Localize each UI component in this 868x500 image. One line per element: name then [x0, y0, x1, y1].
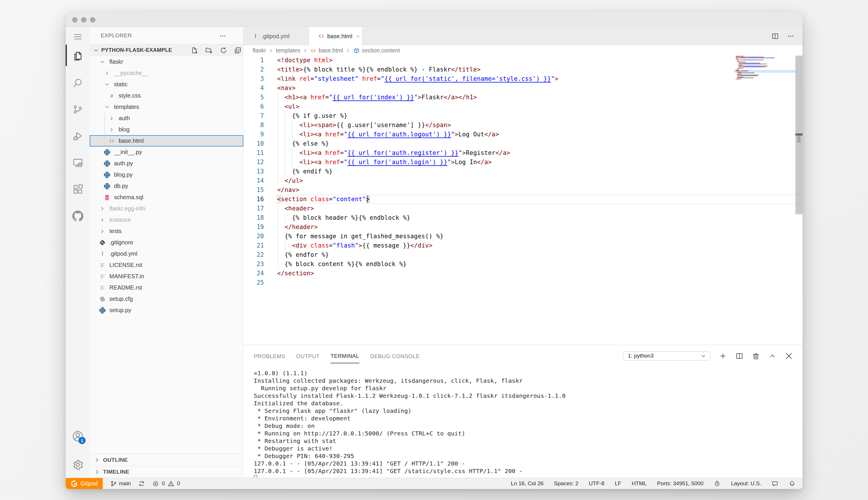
code-line-13[interactable]: {% endif %}	[277, 167, 333, 176]
code-line-24[interactable]: </section>	[277, 269, 314, 278]
terminal-select[interactable]: 1: python3	[623, 351, 710, 361]
code-line-8[interactable]: <li><span>{{ g.user['username'] }}</span…	[277, 121, 451, 130]
code-line-23[interactable]: {% block content %}{% endblock %}	[277, 259, 407, 269]
status-cursor-position[interactable]: Ln 16, Col 26	[511, 480, 544, 487]
tree-file-auth.py[interactable]: auth.py	[90, 158, 243, 169]
panel-tab-debug-console[interactable]: DEBUG CONSOLE	[370, 349, 420, 363]
maximize-panel-icon[interactable]	[769, 352, 776, 360]
sync-indicator[interactable]	[138, 480, 145, 487]
tree-file-__init__.py[interactable]: __init__.py	[90, 147, 243, 158]
code-line-5[interactable]: <h1><a href="{{ url_for('index') }}">Fla…	[277, 93, 477, 102]
code-editor[interactable]: 1234567891011121314151617181920212223242…	[243, 56, 802, 345]
code-line-9[interactable]: <li><a href="{{ url_for('auth.logout') }…	[277, 130, 499, 139]
breadcrumb-item[interactable]: section.content	[362, 47, 400, 54]
status-ports[interactable]: Ports: 34951, 5000	[657, 480, 704, 487]
code-line-16[interactable]: <section class="content">	[277, 195, 370, 204]
timeline-section[interactable]: TIMELINE	[90, 466, 243, 477]
code-line-1[interactable]: <!doctype html>	[277, 56, 333, 65]
code-line-4[interactable]: <nav>	[277, 83, 296, 93]
tree-file-base.html[interactable]: base.html	[90, 135, 243, 147]
tree-file-style.css[interactable]: #style.css	[90, 90, 243, 101]
tree-folder-blog[interactable]: blog	[90, 124, 243, 135]
code-line-14[interactable]: </ul>	[277, 176, 303, 185]
new-file-icon[interactable]	[191, 47, 198, 54]
close-panel-icon[interactable]	[785, 352, 793, 360]
refresh-icon[interactable]	[220, 47, 227, 54]
new-terminal-icon[interactable]	[719, 352, 727, 360]
activity-bar-run-and-debug[interactable]	[66, 124, 90, 148]
code-line-22[interactable]: {% endfor %}	[277, 250, 329, 259]
split-editor-icon[interactable]	[771, 32, 779, 40]
code-line-17[interactable]: <header>	[277, 204, 314, 213]
branch-indicator[interactable]: main	[110, 480, 131, 487]
activity-bar-explorer[interactable]	[66, 44, 90, 68]
tree-folder-__pycache__[interactable]: __pycache__	[90, 67, 243, 79]
code-line-2[interactable]: <title>{% block title %}{% endblock %} -…	[277, 65, 481, 74]
traffic-light-minimize-button[interactable]	[81, 17, 86, 23]
activity-bar-search[interactable]	[66, 71, 90, 95]
tree-file-setup.cfg[interactable]: setup.cfg	[90, 293, 243, 305]
title-bar[interactable]	[66, 12, 802, 27]
panel-tab-problems[interactable]: PROBLEMS	[254, 349, 285, 363]
tree-folder-flaskr[interactable]: flaskr	[90, 56, 243, 67]
breadcrumb-item[interactable]: base.html	[319, 47, 343, 54]
status-keyboard-layout[interactable]: Layout: U.S.	[731, 480, 761, 487]
tree-folder-tests[interactable]: tests	[90, 226, 243, 237]
tree-folder-static[interactable]: static	[90, 79, 243, 90]
traffic-light-close-button[interactable]	[72, 17, 78, 23]
tab-.gitpod.yml[interactable]: !.gitpod.yml	[243, 27, 309, 45]
code-line-6[interactable]: <ul>	[277, 102, 300, 111]
status-notifications[interactable]	[789, 480, 795, 487]
tab-base.html[interactable]: base.html	[309, 27, 362, 45]
status-feedback[interactable]	[772, 480, 778, 487]
minimap[interactable]	[735, 56, 795, 345]
tree-folder-templates[interactable]: templates	[90, 101, 243, 113]
tree-folder-flaskr.egg-info[interactable]: flaskr.egg-info	[90, 203, 243, 214]
activity-bar-remote-explorer[interactable]	[66, 150, 90, 175]
tree-file-setup.py[interactable]: setup.py	[90, 305, 243, 316]
tree-file-blog.py[interactable]: blog.py	[90, 169, 243, 180]
status-encoding[interactable]: UTF-8	[589, 480, 605, 487]
breadcrumb-item[interactable]: flaskr	[253, 47, 266, 54]
kill-terminal-icon[interactable]	[752, 352, 760, 360]
status-watch[interactable]	[714, 480, 720, 487]
code-line-3[interactable]: <link rel="stylesheet" href="{{ url_for(…	[277, 74, 559, 83]
tree-file-.gitignore[interactable]: .gitignore	[90, 237, 243, 248]
activity-bar-source-control[interactable]	[66, 97, 90, 122]
tree-file-schema.sql[interactable]: schema.sql	[90, 192, 243, 203]
code-line-20[interactable]: {% for message in get_flashed_messages()…	[277, 231, 444, 241]
activity-bar-accounts[interactable]: 1	[66, 424, 90, 448]
tree-folder-auth[interactable]: auth	[90, 113, 243, 124]
tree-file-MANIFEST.in[interactable]: MANIFEST.in	[90, 271, 243, 282]
code-line-10[interactable]: {% else %}	[277, 139, 329, 148]
collapse-all-icon[interactable]	[234, 47, 242, 54]
more-actions-icon[interactable]	[787, 32, 795, 40]
tree-file-README.rst[interactable]: README.rst	[90, 282, 243, 293]
code-line-12[interactable]: <li><a href="{{ url_for('auth.login') }}…	[277, 158, 492, 167]
activity-bar-settings[interactable]	[66, 453, 90, 477]
panel-tab-output[interactable]: OUTPUT	[296, 349, 320, 363]
activity-bar-extensions[interactable]	[66, 177, 90, 202]
code-line-7[interactable]: {% if g.user %}	[277, 111, 348, 121]
explorer-section-header[interactable]: PYTHON-FLASK-EXAMPLE	[90, 44, 243, 56]
code-line-18[interactable]: {% block header %}{% endblock %}	[277, 213, 410, 222]
tree-file-.gitpod.yml[interactable]: !.gitpod.yml	[90, 248, 243, 259]
panel-tab-terminal[interactable]: TERMINAL	[330, 349, 359, 363]
status-indentation[interactable]: Spaces: 2	[554, 480, 579, 487]
explorer-more-actions-icon[interactable]	[219, 32, 226, 40]
status-language-mode[interactable]: HTML	[632, 480, 647, 487]
breadcrumb-item[interactable]: templates	[276, 47, 301, 54]
problems-indicator[interactable]: 0 0	[152, 480, 180, 487]
code-line-21[interactable]: <div class="flash">{{ message }}</div>	[277, 241, 433, 250]
code-line-11[interactable]: <li><a href="{{ url_for('auth.register')…	[277, 148, 511, 158]
new-folder-icon[interactable]	[205, 47, 213, 54]
code-line-15[interactable]: </nav>	[277, 185, 300, 195]
gitpod-badge[interactable]: Gitpod	[66, 478, 103, 489]
tree-folder-instance[interactable]: instance	[90, 214, 243, 226]
traffic-light-zoom-button[interactable]	[90, 17, 95, 23]
status-eol[interactable]: LF	[615, 480, 621, 487]
activity-bar-menu[interactable]	[66, 27, 90, 47]
tree-file-LICENSE.rst[interactable]: LICENSE.rst	[90, 259, 243, 271]
editor-scrollbar[interactable]	[795, 56, 802, 214]
activity-bar-github[interactable]	[66, 204, 90, 228]
